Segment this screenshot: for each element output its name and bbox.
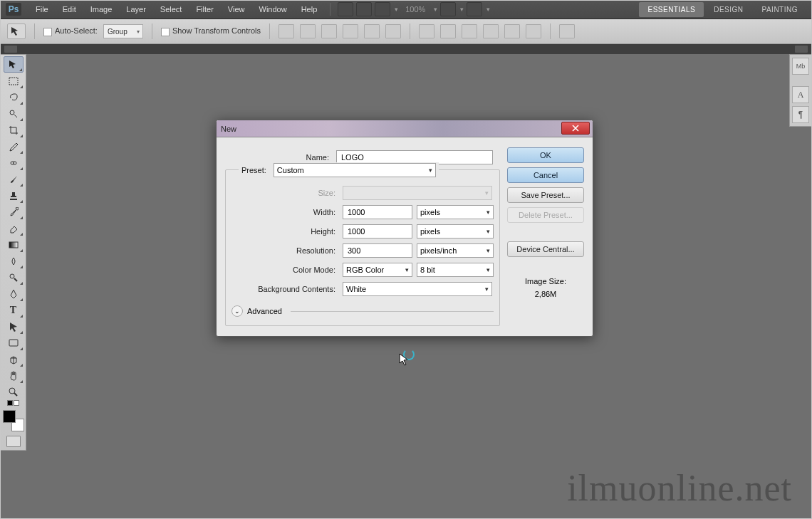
distribute-top-icon[interactable]	[419, 24, 434, 38]
distribute-hcenter-icon[interactable]	[504, 24, 520, 38]
show-transform-checkbox[interactable]: Show Transform Controls	[161, 26, 261, 36]
align-left-icon[interactable]	[343, 24, 358, 38]
zoom-level[interactable]: 100%	[401, 5, 430, 14]
width-unit-select[interactable]: pixels▾	[417, 205, 494, 219]
menu-layer[interactable]: Layer	[120, 3, 152, 16]
auto-align-icon[interactable]	[559, 24, 575, 38]
hand-tool[interactable]	[4, 367, 24, 384]
separator	[152, 23, 152, 39]
type-tool[interactable]: T	[4, 302, 24, 318]
paragraph-panel-icon[interactable]: ¶	[792, 106, 809, 123]
lasso-tool[interactable]	[4, 89, 24, 105]
close-button[interactable]	[561, 122, 590, 135]
device-central-button[interactable]: Device Central...	[507, 241, 584, 257]
auto-select-checkbox[interactable]: Auto-Select:	[43, 26, 98, 36]
screen-mode-icon[interactable]	[375, 2, 390, 16]
svg-rect-3	[9, 242, 18, 248]
separator	[550, 23, 551, 39]
align-bottom-icon[interactable]	[321, 24, 337, 38]
menu-window[interactable]: Window	[254, 3, 293, 16]
align-top-icon[interactable]	[279, 24, 294, 38]
ok-button[interactable]: OK	[507, 147, 584, 163]
zoom-tool[interactable]	[4, 384, 24, 400]
eyedropper-tool[interactable]	[4, 138, 24, 154]
cancel-button[interactable]: Cancel	[507, 167, 584, 183]
preset-group: Preset: Custom▾ Size: ▾ Width: pixels▾ H…	[225, 169, 500, 326]
resolution-input[interactable]	[343, 243, 412, 258]
show-transform-label: Show Transform Controls	[172, 26, 261, 35]
expand-left-stub[interactable]	[4, 46, 17, 53]
menu-file[interactable]: File	[30, 3, 54, 16]
advanced-label[interactable]: Advanced	[247, 307, 282, 315]
workspace-painting[interactable]: PAINTING	[754, 2, 806, 17]
move-tool[interactable]	[4, 56, 24, 73]
width-label: Width:	[231, 208, 338, 216]
bgcontents-select[interactable]: White▾	[343, 282, 492, 296]
dialog-titlebar[interactable]: New	[217, 120, 593, 137]
color-swatches[interactable]	[3, 410, 24, 431]
bitdepth-select[interactable]: 8 bit▾	[417, 263, 494, 277]
width-input[interactable]	[343, 205, 412, 219]
character-panel-icon[interactable]: A	[792, 86, 809, 103]
dodge-tool[interactable]	[4, 269, 24, 285]
path-select-tool[interactable]	[4, 318, 24, 335]
distribute-left-icon[interactable]	[483, 24, 499, 38]
distribute-vcenter-icon[interactable]	[440, 24, 456, 38]
brush-tool[interactable]	[4, 171, 24, 187]
quick-mask-toggle[interactable]	[6, 436, 21, 447]
align-vcenter-icon[interactable]	[300, 24, 316, 38]
auto-select-mode[interactable]: Group	[103, 24, 143, 38]
marquee-tool[interactable]	[4, 73, 24, 89]
name-label: Name:	[225, 153, 332, 162]
distribute-bottom-icon[interactable]	[462, 24, 477, 38]
menu-help[interactable]: Help	[296, 3, 323, 16]
menu-filter[interactable]: Filter	[190, 3, 219, 16]
align-right-icon[interactable]	[385, 24, 401, 38]
preset-label: Preset:	[241, 166, 269, 174]
height-unit-select[interactable]: pixels▾	[417, 224, 494, 238]
colormode-select[interactable]: RGB Color▾	[343, 263, 412, 277]
shape-tool[interactable]	[4, 335, 24, 351]
expand-right-stub[interactable]	[795, 46, 808, 53]
resolution-unit-select[interactable]: pixels/inch▾	[417, 243, 494, 258]
arrange-docs-icon[interactable]	[440, 2, 456, 16]
foreground-color-swatch[interactable]	[3, 410, 16, 423]
preset-select[interactable]: Custom▾	[274, 163, 436, 177]
quick-select-tool[interactable]	[4, 105, 24, 122]
svg-rect-0	[9, 78, 18, 85]
svg-point-1	[10, 110, 14, 115]
workspace-design[interactable]: DESIGN	[705, 2, 751, 17]
separator	[791, 78, 810, 83]
align-hcenter-icon[interactable]	[364, 24, 380, 38]
eraser-tool[interactable]	[4, 220, 24, 236]
history-brush-tool[interactable]	[4, 204, 24, 220]
minibridge-panel-icon[interactable]: Mb	[792, 58, 809, 75]
image-size-value: 2,86M	[507, 288, 584, 301]
bridge-icon[interactable]	[338, 2, 353, 16]
pen-tool[interactable]	[4, 285, 24, 302]
save-preset-button[interactable]: Save Preset...	[507, 187, 584, 203]
screen-toggle-icon[interactable]	[467, 2, 482, 16]
healing-tool[interactable]	[4, 154, 24, 171]
app-logo: Ps	[6, 3, 21, 16]
separator	[330, 3, 330, 16]
distribute-right-icon[interactable]	[526, 24, 541, 38]
height-input[interactable]	[343, 224, 412, 238]
crop-tool[interactable]	[4, 122, 24, 138]
height-label: Height:	[231, 227, 338, 236]
menu-image[interactable]: Image	[85, 3, 118, 16]
menu-view[interactable]: View	[222, 3, 251, 16]
advanced-toggle-icon[interactable]: ⌄	[231, 305, 243, 317]
minibridge-icon[interactable]	[356, 2, 372, 16]
menu-edit[interactable]: Edit	[57, 3, 82, 16]
stamp-tool[interactable]	[4, 187, 24, 204]
default-colors-icon[interactable]	[2, 400, 24, 406]
active-tool-icon[interactable]	[7, 23, 26, 39]
menu-select[interactable]: Select	[155, 3, 188, 16]
chevron-down-icon: ▾	[460, 6, 464, 13]
workspace-essentials[interactable]: ESSENTIALS	[639, 2, 704, 17]
gradient-tool[interactable]	[4, 236, 24, 253]
3d-tool[interactable]	[4, 351, 24, 367]
resolution-label: Resolution:	[231, 246, 338, 255]
blur-tool[interactable]	[4, 253, 24, 269]
